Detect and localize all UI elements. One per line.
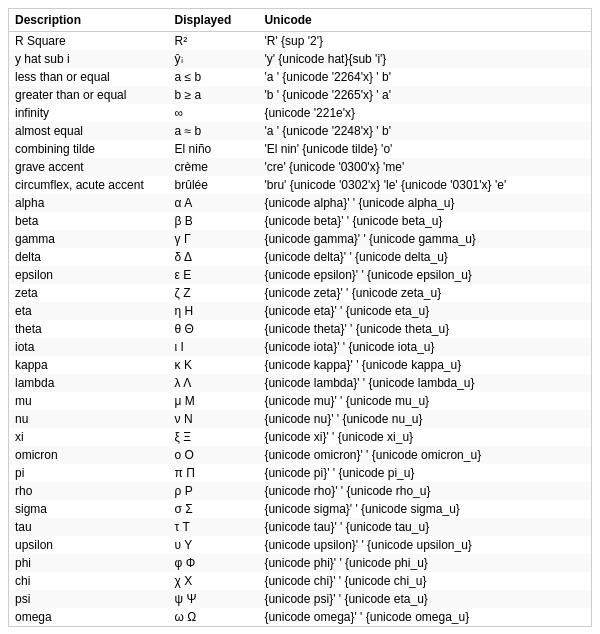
main-table-container: Description Displayed Unicode R SquareR²… — [8, 8, 592, 627]
table-row: R SquareR²'R' {sup '2'} — [9, 32, 591, 51]
cell-unicode: {unicode epsilon}' ' {unicode epsilon_u} — [258, 266, 591, 284]
cell-displayed: brûlée — [169, 176, 259, 194]
cell-unicode: {unicode kappa}' ' {unicode kappa_u} — [258, 356, 591, 374]
header-description: Description — [9, 9, 169, 32]
table-header-row: Description Displayed Unicode — [9, 9, 591, 32]
cell-unicode: {unicode alpha}' ' {unicode alpha_u} — [258, 194, 591, 212]
cell-displayed: ο Ο — [169, 446, 259, 464]
table-row: lambdaλ Λ{unicode lambda}' ' {unicode la… — [9, 374, 591, 392]
cell-displayed: R² — [169, 32, 259, 51]
cell-description: epsilon — [9, 266, 169, 284]
cell-displayed: ψ Ψ — [169, 590, 259, 608]
cell-unicode: 'cre' {unicode '0300'x} 'me' — [258, 158, 591, 176]
cell-displayed: κ Κ — [169, 356, 259, 374]
cell-unicode: 'y' {unicode hat}{sub 'i'} — [258, 50, 591, 68]
cell-description: sigma — [9, 500, 169, 518]
cell-description: greater than or equal — [9, 86, 169, 104]
cell-unicode: {unicode zeta}' ' {unicode zeta_u} — [258, 284, 591, 302]
cell-unicode: 'bru' {unicode '0302'x} 'le' {unicode '0… — [258, 176, 591, 194]
cell-displayed: crème — [169, 158, 259, 176]
cell-displayed: El niño — [169, 140, 259, 158]
cell-unicode: 'R' {sup '2'} — [258, 32, 591, 51]
cell-description: lambda — [9, 374, 169, 392]
cell-unicode: 'a ' {unicode '2248'x} ' b' — [258, 122, 591, 140]
cell-description: gamma — [9, 230, 169, 248]
table-row: sigmaσ Σ{unicode sigma}' ' {unicode sigm… — [9, 500, 591, 518]
table-row: thetaθ Θ{unicode theta}' ' {unicode thet… — [9, 320, 591, 338]
cell-displayed: υ Υ — [169, 536, 259, 554]
cell-description: pi — [9, 464, 169, 482]
cell-description: phi — [9, 554, 169, 572]
table-row: kappaκ Κ{unicode kappa}' ' {unicode kapp… — [9, 356, 591, 374]
cell-displayed: χ Χ — [169, 572, 259, 590]
cell-displayed: ω Ω — [169, 608, 259, 626]
table-row: phiφ Φ{unicode phi}' ' {unicode phi_u} — [9, 554, 591, 572]
cell-displayed: ρ Ρ — [169, 482, 259, 500]
table-row: omegaω Ω{unicode omega}' ' {unicode omeg… — [9, 608, 591, 626]
cell-unicode: {unicode mu}' ' {unicode mu_u} — [258, 392, 591, 410]
cell-description: xi — [9, 428, 169, 446]
table-row: psiψ Ψ{unicode psi}' ' {unicode eta_u} — [9, 590, 591, 608]
cell-description: combining tilde — [9, 140, 169, 158]
cell-description: chi — [9, 572, 169, 590]
cell-unicode: 'El nin' {unicode tilde} 'o' — [258, 140, 591, 158]
cell-description: nu — [9, 410, 169, 428]
header-displayed: Displayed — [169, 9, 259, 32]
cell-description: alpha — [9, 194, 169, 212]
table-row: less than or equala ≤ b'a ' {unicode '22… — [9, 68, 591, 86]
cell-unicode: {unicode rho}' ' {unicode rho_u} — [258, 482, 591, 500]
cell-unicode: {unicode delta}' ' {unicode delta_u} — [258, 248, 591, 266]
cell-unicode: {unicode eta}' ' {unicode eta_u} — [258, 302, 591, 320]
cell-displayed: α Α — [169, 194, 259, 212]
cell-unicode: {unicode '221e'x} — [258, 104, 591, 122]
cell-displayed: τ Τ — [169, 518, 259, 536]
cell-displayed: θ Θ — [169, 320, 259, 338]
cell-displayed: σ Σ — [169, 500, 259, 518]
cell-displayed: δ Δ — [169, 248, 259, 266]
cell-unicode: {unicode chi}' ' {unicode chi_u} — [258, 572, 591, 590]
cell-unicode: {unicode sigma}' ' {unicode sigma_u} — [258, 500, 591, 518]
table-row: gammaγ Γ{unicode gamma}' ' {unicode gamm… — [9, 230, 591, 248]
cell-displayed: γ Γ — [169, 230, 259, 248]
table-row: combining tildeEl niño'El nin' {unicode … — [9, 140, 591, 158]
table-row: upsilonυ Υ{unicode upsilon}' ' {unicode … — [9, 536, 591, 554]
unicode-table: Description Displayed Unicode R SquareR²… — [9, 9, 591, 626]
table-row: zetaζ Ζ{unicode zeta}' ' {unicode zeta_u… — [9, 284, 591, 302]
cell-description: omega — [9, 608, 169, 626]
cell-description: omicron — [9, 446, 169, 464]
cell-description: delta — [9, 248, 169, 266]
table-row: almost equala ≈ b'a ' {unicode '2248'x} … — [9, 122, 591, 140]
cell-description: iota — [9, 338, 169, 356]
cell-displayed: η Η — [169, 302, 259, 320]
table-row: grave accentcrème'cre' {unicode '0300'x}… — [9, 158, 591, 176]
cell-displayed: λ Λ — [169, 374, 259, 392]
table-row: epsilonε Ε{unicode epsilon}' ' {unicode … — [9, 266, 591, 284]
cell-unicode: {unicode gamma}' ' {unicode gamma_u} — [258, 230, 591, 248]
table-row: xiξ Ξ{unicode xi}' ' {unicode xi_u} — [9, 428, 591, 446]
cell-displayed: ζ Ζ — [169, 284, 259, 302]
cell-description: almost equal — [9, 122, 169, 140]
cell-displayed: π Π — [169, 464, 259, 482]
cell-description: eta — [9, 302, 169, 320]
cell-description: theta — [9, 320, 169, 338]
cell-unicode: {unicode xi}' ' {unicode xi_u} — [258, 428, 591, 446]
cell-displayed: ν Ν — [169, 410, 259, 428]
cell-description: psi — [9, 590, 169, 608]
cell-description: tau — [9, 518, 169, 536]
cell-unicode: {unicode pi}' ' {unicode pi_u} — [258, 464, 591, 482]
table-row: iotaι Ι{unicode iota}' ' {unicode iota_u… — [9, 338, 591, 356]
cell-unicode: 'b ' {unicode '2265'x} ' a' — [258, 86, 591, 104]
cell-unicode: {unicode lambda}' ' {unicode lambda_u} — [258, 374, 591, 392]
table-row: nuν Ν{unicode nu}' ' {unicode nu_u} — [9, 410, 591, 428]
cell-unicode: 'a ' {unicode '2264'x} ' b' — [258, 68, 591, 86]
table-row: infinity∞{unicode '221e'x} — [9, 104, 591, 122]
cell-unicode: {unicode omega}' ' {unicode omega_u} — [258, 608, 591, 626]
cell-displayed: μ Μ — [169, 392, 259, 410]
cell-description: R Square — [9, 32, 169, 51]
cell-unicode: {unicode iota}' ' {unicode iota_u} — [258, 338, 591, 356]
cell-unicode: {unicode theta}' ' {unicode theta_u} — [258, 320, 591, 338]
cell-displayed: ε Ε — [169, 266, 259, 284]
table-row: alphaα Α{unicode alpha}' ' {unicode alph… — [9, 194, 591, 212]
cell-description: circumflex, acute accent — [9, 176, 169, 194]
cell-displayed: β Β — [169, 212, 259, 230]
